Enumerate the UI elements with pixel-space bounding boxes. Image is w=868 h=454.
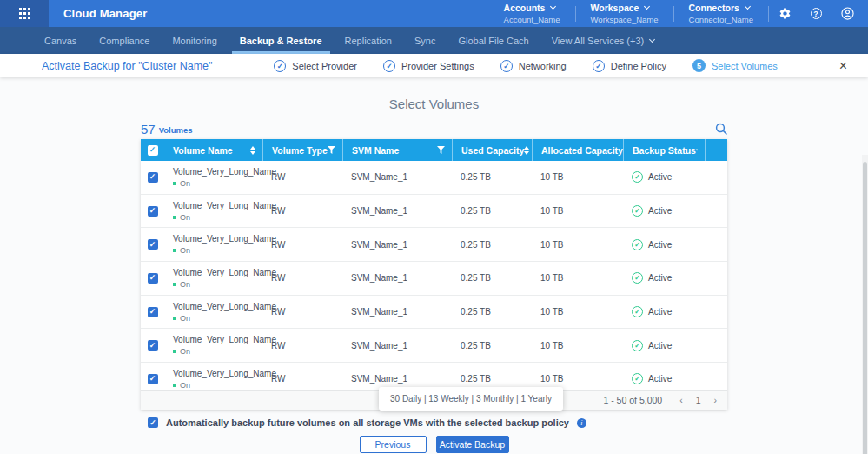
check-circle-icon: ✓: [632, 373, 643, 384]
app-grid-button[interactable]: [0, 0, 49, 27]
svm-name-cell: SVM_Name_1: [342, 172, 452, 182]
volume-name-cell: Volume_Very_Long_Name On: [164, 201, 262, 222]
check-circle-icon: ✓: [274, 60, 286, 72]
backup-status-cell: ✓ Active: [623, 205, 705, 217]
table-row[interactable]: ✓ Volume_Very_Long_Name On RW SVM_Name_1…: [141, 161, 727, 195]
page-title: Select Volumes: [141, 77, 727, 111]
state-dot-icon: [173, 350, 176, 353]
allocated-capacity-cell: 10 TB: [532, 273, 623, 283]
future-backup-row: ✓ Automatically backup future volumes on…: [141, 417, 727, 428]
current-page[interactable]: 1: [696, 396, 701, 405]
row-checkbox[interactable]: ✓: [148, 172, 158, 183]
close-icon[interactable]: ×: [839, 59, 868, 73]
pagination-range: 1 - 50 of 5,000: [603, 395, 662, 405]
app-grid-icon: [19, 8, 30, 19]
svm-name-cell: SVM_Name_1: [342, 273, 452, 283]
chevron-down-icon: [745, 3, 751, 10]
volume-type-cell: RW: [262, 341, 342, 351]
step-select-volumes[interactable]: 5Select Volumes: [692, 59, 778, 72]
info-icon[interactable]: i: [577, 418, 586, 428]
filter-icon[interactable]: [437, 146, 445, 154]
step-number-badge: 5: [692, 59, 706, 72]
col-backup-status[interactable]: Backup Status: [623, 139, 705, 161]
row-checkbox[interactable]: ✓: [148, 307, 158, 317]
backup-status-cell: ✓ Active: [623, 306, 705, 317]
tab-canvas[interactable]: Canvas: [33, 27, 88, 54]
sort-icon[interactable]: [250, 146, 255, 155]
table-row[interactable]: ✓ Volume_Very_Long_Name On RW SVM_Name_1…: [141, 363, 727, 390]
tab-sync[interactable]: Sync: [403, 27, 447, 54]
used-capacity-cell: 0.25 TB: [452, 240, 532, 250]
chevron-down-icon: [644, 3, 650, 10]
table-row[interactable]: ✓ Volume_Very_Long_Name On RW SVM_Name_1…: [141, 262, 727, 296]
step-provider-settings[interactable]: ✓Provider Settings: [383, 60, 474, 72]
connectors-menu[interactable]: Connectors Connector_Name: [674, 0, 768, 27]
services-nav: Canvas Compliance Monitoring Backup & Re…: [0, 27, 868, 54]
accounts-menu-label: Accounts: [504, 3, 546, 13]
volume-type-cell: RW: [262, 172, 342, 182]
volume-type-cell: RW: [262, 273, 342, 283]
filter-icon[interactable]: [696, 146, 698, 154]
page-scrollbar[interactable]: [862, 155, 868, 454]
prev-page-icon[interactable]: ‹: [679, 396, 683, 405]
future-backup-label: Automatically backup future volumes on a…: [166, 417, 569, 428]
future-backup-checkbox[interactable]: ✓: [148, 417, 158, 428]
used-capacity-cell: 0.25 TB: [452, 273, 532, 283]
workspace-menu[interactable]: Workspace Workspace_Name: [576, 0, 673, 27]
scrollbar-thumb[interactable]: [863, 162, 867, 454]
used-capacity-cell: 0.25 TB: [452, 172, 532, 182]
check-circle-icon: ✓: [632, 306, 643, 317]
backup-status-cell: ✓ Active: [623, 373, 705, 384]
help-icon: ?: [811, 8, 822, 19]
accounts-menu[interactable]: Accounts Account_Name: [489, 0, 575, 27]
backup-status-cell: ✓ Active: [623, 239, 705, 250]
col-volume-type[interactable]: Volume Type: [262, 139, 342, 161]
help-button[interactable]: ?: [800, 0, 832, 27]
policy-summary-tooltip: 30 Daily | 13 Weekly | 3 Monthly | 1 Yea…: [379, 387, 563, 411]
activate-backup-button[interactable]: Activate Backup: [436, 436, 509, 453]
volume-type-cell: RW: [262, 206, 342, 216]
table-row[interactable]: ✓ Volume_Very_Long_Name On RW SVM_Name_1…: [141, 329, 727, 363]
row-checkbox[interactable]: ✓: [148, 273, 158, 284]
tab-backup-restore[interactable]: Backup & Restore: [229, 27, 334, 54]
top-bar: Cloud Manager Accounts Account_Name Work…: [0, 0, 868, 27]
col-allocated-capacity[interactable]: Allocated Capacity: [532, 139, 623, 161]
topbar-right: Accounts Account_Name Workspace Workspac…: [489, 0, 868, 27]
settings-button[interactable]: [769, 0, 800, 27]
sort-icon[interactable]: [524, 146, 529, 155]
col-svm-name[interactable]: SVM Name: [342, 139, 452, 161]
workspace-name: Workspace_Name: [591, 15, 659, 24]
state-dot-icon: [173, 384, 176, 387]
tab-compliance[interactable]: Compliance: [88, 27, 161, 54]
filter-icon[interactable]: [328, 146, 335, 154]
table-row[interactable]: ✓ Volume_Very_Long_Name On RW SVM_Name_1…: [141, 195, 727, 229]
search-button[interactable]: [715, 123, 727, 136]
check-circle-icon: ✓: [632, 272, 643, 284]
row-checkbox[interactable]: ✓: [148, 239, 158, 250]
next-page-icon[interactable]: ›: [714, 396, 718, 405]
table-row[interactable]: ✓ Volume_Very_Long_Name On RW SVM_Name_1…: [141, 228, 727, 262]
check-circle-icon: ✓: [632, 171, 643, 183]
allocated-capacity-cell: 10 TB: [532, 341, 623, 351]
tab-monitoring[interactable]: Monitoring: [161, 27, 228, 54]
step-define-policy[interactable]: ✓Define Policy: [593, 60, 666, 72]
col-used-capacity[interactable]: Used Capacity: [452, 139, 532, 161]
col-volume-name[interactable]: Volume Name: [164, 139, 262, 161]
volume-type-cell: RW: [262, 240, 342, 250]
step-select-provider[interactable]: ✓Select Provider: [274, 60, 357, 72]
select-all-checkbox[interactable]: ✓: [148, 145, 158, 156]
row-checkbox[interactable]: ✓: [148, 206, 158, 217]
tab-view-all-services[interactable]: View All Services (+3): [540, 27, 666, 54]
tab-replication[interactable]: Replication: [334, 27, 403, 54]
gear-icon: [779, 7, 792, 20]
allocated-capacity-cell: 10 TB: [532, 240, 623, 250]
table-row[interactable]: ✓ Volume_Very_Long_Name On RW SVM_Name_1…: [141, 296, 727, 330]
row-checkbox[interactable]: ✓: [148, 374, 158, 384]
user-button[interactable]: [832, 0, 863, 27]
previous-button[interactable]: Previous: [360, 436, 427, 453]
step-networking[interactable]: ✓Networking: [500, 60, 567, 72]
wizard-content: Select Volumes 57 Volumes ✓ Volume Name …: [0, 77, 868, 454]
tab-global-file-cache[interactable]: Global File Cach: [447, 27, 540, 54]
row-checkbox[interactable]: ✓: [148, 340, 158, 351]
check-circle-icon: ✓: [383, 60, 395, 72]
